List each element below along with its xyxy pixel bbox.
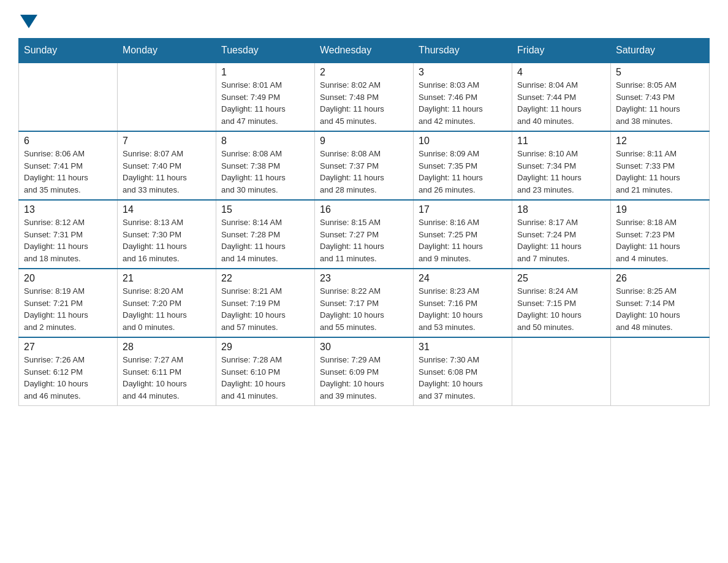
day-info: Sunrise: 8:10 AMSunset: 7:34 PMDaylight:… [517,148,605,196]
day-info: Sunrise: 8:19 AMSunset: 7:21 PMDaylight:… [24,285,112,333]
day-number: 10 [419,136,507,147]
calendar-cell: 12Sunrise: 8:11 AMSunset: 7:33 PMDayligh… [611,131,710,200]
day-number: 23 [320,273,408,284]
day-info: Sunrise: 8:12 AMSunset: 7:31 PMDaylight:… [24,216,112,264]
logo-triangle-icon [20,15,37,28]
day-info: Sunrise: 8:06 AMSunset: 7:41 PMDaylight:… [24,148,112,196]
day-info: Sunrise: 8:25 AMSunset: 7:14 PMDaylight:… [616,285,704,333]
day-number: 24 [419,273,507,284]
column-header-saturday: Saturday [611,39,710,63]
calendar-cell: 15Sunrise: 8:14 AMSunset: 7:28 PMDayligh… [216,200,315,269]
day-number: 25 [517,273,605,284]
day-number: 22 [221,273,309,284]
day-number: 11 [517,136,605,147]
day-info: Sunrise: 7:26 AMSunset: 6:12 PMDaylight:… [24,354,112,402]
calendar-cell: 5Sunrise: 8:05 AMSunset: 7:43 PMDaylight… [611,63,710,131]
day-info: Sunrise: 7:29 AMSunset: 6:09 PMDaylight:… [320,354,408,402]
day-number: 15 [221,204,309,215]
day-info: Sunrise: 8:08 AMSunset: 7:38 PMDaylight:… [221,148,309,196]
day-info: Sunrise: 8:15 AMSunset: 7:27 PMDaylight:… [320,216,408,264]
column-header-friday: Friday [512,39,611,63]
calendar-week-row: 20Sunrise: 8:19 AMSunset: 7:21 PMDayligh… [19,269,710,337]
day-number: 18 [517,204,605,215]
day-info: Sunrise: 8:23 AMSunset: 7:16 PMDaylight:… [419,285,507,333]
day-number: 1 [221,67,309,78]
day-number: 8 [221,136,309,147]
day-number: 27 [24,342,112,353]
calendar-cell: 20Sunrise: 8:19 AMSunset: 7:21 PMDayligh… [19,269,118,337]
day-number: 29 [221,342,309,353]
calendar-cell: 17Sunrise: 8:16 AMSunset: 7:25 PMDayligh… [414,200,512,269]
calendar-cell: 16Sunrise: 8:15 AMSunset: 7:27 PMDayligh… [315,200,414,269]
day-number: 14 [123,204,211,215]
day-number: 21 [123,273,211,284]
day-number: 26 [616,273,704,284]
day-info: Sunrise: 8:07 AMSunset: 7:40 PMDaylight:… [123,148,211,196]
day-info: Sunrise: 8:04 AMSunset: 7:44 PMDaylight:… [517,79,605,127]
calendar-cell: 27Sunrise: 7:26 AMSunset: 6:12 PMDayligh… [19,337,118,406]
calendar-cell: 23Sunrise: 8:22 AMSunset: 7:17 PMDayligh… [315,269,414,337]
day-info: Sunrise: 8:22 AMSunset: 7:17 PMDaylight:… [320,285,408,333]
calendar-cell: 8Sunrise: 8:08 AMSunset: 7:38 PMDaylight… [216,131,315,200]
calendar-week-row: 1Sunrise: 8:01 AMSunset: 7:49 PMDaylight… [19,63,710,131]
logo-top [18,12,39,28]
logo [18,12,39,26]
page-header [18,12,710,26]
day-number: 16 [320,204,408,215]
calendar-table: SundayMondayTuesdayWednesdayThursdayFrid… [18,38,710,406]
column-header-monday: Monday [118,39,216,63]
day-info: Sunrise: 7:27 AMSunset: 6:11 PMDaylight:… [123,354,211,402]
day-info: Sunrise: 8:09 AMSunset: 7:35 PMDaylight:… [419,148,507,196]
calendar-cell [118,63,216,131]
day-number: 28 [123,342,211,353]
calendar-week-row: 6Sunrise: 8:06 AMSunset: 7:41 PMDaylight… [19,131,710,200]
column-header-tuesday: Tuesday [216,39,315,63]
day-number: 30 [320,342,408,353]
calendar-cell: 4Sunrise: 8:04 AMSunset: 7:44 PMDaylight… [512,63,611,131]
day-number: 6 [24,136,112,147]
calendar-cell: 25Sunrise: 8:24 AMSunset: 7:15 PMDayligh… [512,269,611,337]
calendar-cell: 13Sunrise: 8:12 AMSunset: 7:31 PMDayligh… [19,200,118,269]
day-info: Sunrise: 8:21 AMSunset: 7:19 PMDaylight:… [221,285,309,333]
calendar-cell: 9Sunrise: 8:08 AMSunset: 7:37 PMDaylight… [315,131,414,200]
calendar-cell: 26Sunrise: 8:25 AMSunset: 7:14 PMDayligh… [611,269,710,337]
calendar-cell: 22Sunrise: 8:21 AMSunset: 7:19 PMDayligh… [216,269,315,337]
calendar-cell: 3Sunrise: 8:03 AMSunset: 7:46 PMDaylight… [414,63,512,131]
day-number: 4 [517,67,605,78]
day-info: Sunrise: 8:01 AMSunset: 7:49 PMDaylight:… [221,79,309,127]
day-number: 3 [419,67,507,78]
day-info: Sunrise: 8:08 AMSunset: 7:37 PMDaylight:… [320,148,408,196]
calendar-cell: 24Sunrise: 8:23 AMSunset: 7:16 PMDayligh… [414,269,512,337]
calendar-cell: 19Sunrise: 8:18 AMSunset: 7:23 PMDayligh… [611,200,710,269]
calendar-cell: 14Sunrise: 8:13 AMSunset: 7:30 PMDayligh… [118,200,216,269]
day-number: 17 [419,204,507,215]
column-header-wednesday: Wednesday [315,39,414,63]
calendar-cell: 29Sunrise: 7:28 AMSunset: 6:10 PMDayligh… [216,337,315,406]
day-number: 5 [616,67,704,78]
day-info: Sunrise: 8:05 AMSunset: 7:43 PMDaylight:… [616,79,704,127]
calendar-week-row: 13Sunrise: 8:12 AMSunset: 7:31 PMDayligh… [19,200,710,269]
day-info: Sunrise: 7:30 AMSunset: 6:08 PMDaylight:… [419,354,507,402]
day-number: 31 [419,342,507,353]
day-number: 13 [24,204,112,215]
calendar-cell [19,63,118,131]
calendar-cell [512,337,611,406]
calendar-cell: 1Sunrise: 8:01 AMSunset: 7:49 PMDaylight… [216,63,315,131]
day-number: 2 [320,67,408,78]
day-info: Sunrise: 8:24 AMSunset: 7:15 PMDaylight:… [517,285,605,333]
calendar-cell: 7Sunrise: 8:07 AMSunset: 7:40 PMDaylight… [118,131,216,200]
calendar-cell [611,337,710,406]
day-info: Sunrise: 8:20 AMSunset: 7:20 PMDaylight:… [123,285,211,333]
day-number: 20 [24,273,112,284]
day-info: Sunrise: 8:03 AMSunset: 7:46 PMDaylight:… [419,79,507,127]
calendar-cell: 2Sunrise: 8:02 AMSunset: 7:48 PMDaylight… [315,63,414,131]
calendar-week-row: 27Sunrise: 7:26 AMSunset: 6:12 PMDayligh… [19,337,710,406]
day-number: 19 [616,204,704,215]
day-info: Sunrise: 8:14 AMSunset: 7:28 PMDaylight:… [221,216,309,264]
calendar-cell: 11Sunrise: 8:10 AMSunset: 7:34 PMDayligh… [512,131,611,200]
day-info: Sunrise: 8:11 AMSunset: 7:33 PMDaylight:… [616,148,704,196]
column-header-sunday: Sunday [19,39,118,63]
day-info: Sunrise: 7:28 AMSunset: 6:10 PMDaylight:… [221,354,309,402]
calendar-cell: 31Sunrise: 7:30 AMSunset: 6:08 PMDayligh… [414,337,512,406]
day-info: Sunrise: 8:18 AMSunset: 7:23 PMDaylight:… [616,216,704,264]
